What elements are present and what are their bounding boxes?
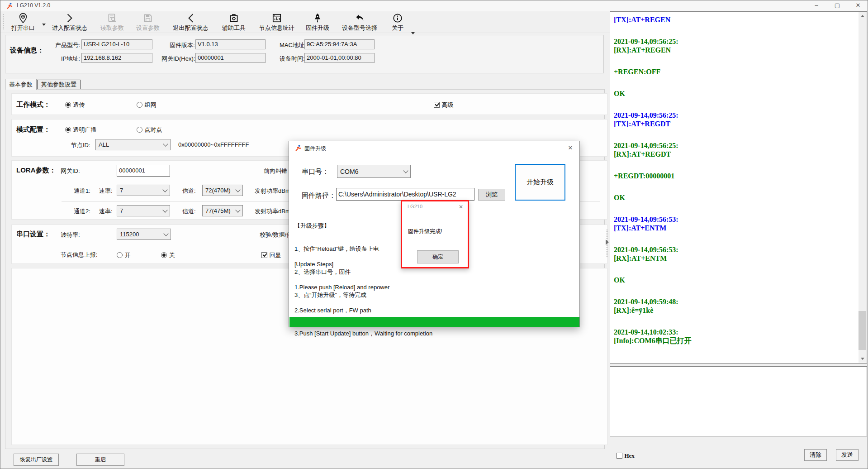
send-input-area[interactable] [610,366,867,436]
toolbar-open-serial-port[interactable]: 打开串口 [6,12,40,32]
checkbox-icon [434,102,440,108]
gateway-id-hex-label: 网关ID(Hex): [161,55,195,63]
channel2-label: 通道2: [74,207,90,215]
firmware-version-field[interactable]: V1.0.13 [195,39,266,49]
clear-button[interactable]: 清除 [804,449,827,461]
minimize-button[interactable]: – [806,0,827,11]
scrollbar-thumb[interactable] [859,311,866,350]
ip-address-field[interactable]: 192.168.8.162 [81,53,152,63]
advanced-checkbox[interactable]: 高级 [434,100,453,109]
close-button[interactable]: ✕ [848,0,868,11]
work-mode-passthrough-radio[interactable]: 透传 [65,100,85,109]
hex-label: Hex [624,452,634,459]
stats-window-icon [254,13,299,24]
titlebar: LG210 V1.2.0 – ▢ ✕ [0,0,868,12]
mac-address-label: MAC地址: [280,41,306,49]
chevron-down-icon [163,141,168,146]
radio-label: 透传 [73,101,85,108]
upgrade-progress-bar [289,317,579,327]
channel2-channel-dropdown[interactable]: 77(475M) [202,205,243,216]
broadcast-radio[interactable]: 透明广播 [65,125,96,134]
info-circle-icon [387,13,408,24]
dropdown-value: 115200 [120,231,139,238]
radio-icon [65,102,71,108]
work-mode-card: 工作模式： 透传 组网 高级 [11,93,607,115]
toolbar-read-params[interactable]: 读取参数 [95,12,129,32]
device-time-field[interactable]: 2000-01-01,00:00:80 [304,53,375,63]
com-port-dropdown[interactable]: COM6 [337,165,411,178]
log-line: +REGDT:00000001 [614,172,858,180]
tab-other-params[interactable]: 其他参数设置 [37,80,81,90]
toolbar-set-params[interactable]: 设置参数 [132,12,164,32]
hex-checkbox[interactable]: Hex [617,451,635,459]
factory-reset-button[interactable]: 恢复出厂设置 [14,454,59,466]
toolbar-label: 读取参数 [95,24,129,31]
read-document-icon [95,13,129,24]
channel1-channel-dropdown[interactable]: 72(470M) [202,185,243,196]
mac-address-field[interactable]: 9C:A5:25:94:7A:3A [304,39,375,49]
echo-checkbox[interactable]: 回显 [261,251,281,259]
node-id-dropdown[interactable]: ALL [95,139,171,150]
log-line: [TX]:AT+REGDT [614,120,858,128]
point-to-point-radio[interactable]: 点对点 [137,125,162,134]
log-line: OK [614,276,858,284]
serial-port-pin-icon [6,13,40,24]
about-dropdown-caret[interactable] [411,32,415,34]
rate-label: 速率: [99,207,113,215]
baud-rate-dropdown[interactable]: 115200 [117,229,171,240]
node-report-label: 节点信息上报: [61,251,98,259]
msgbox-close-icon[interactable]: ✕ [457,203,465,211]
firmware-path-input[interactable]: C:\Users\Administrator\Desktop\USR-LG2 [336,188,474,201]
toolbar-node-stats[interactable]: 节点信息统计 [254,12,299,32]
dialog-close-icon[interactable]: ✕ [564,143,577,153]
log-line: [RX]:AT+REGEN [614,46,858,54]
toolbar-about[interactable]: 关于 [387,12,408,32]
maximize-button[interactable]: ▢ [827,0,848,11]
work-mode-network-radio[interactable]: 组网 [137,100,156,109]
checkbox-icon [617,453,622,459]
toolbar-exit-config[interactable]: 退出配置状态 [168,12,213,32]
toolbar-enter-config[interactable]: 进入配置状态 [47,12,92,32]
toolbar-label: 进入配置状态 [47,24,92,31]
rate-label: 速率: [99,187,113,195]
product-model-field[interactable]: USR-LG210-L-10 [81,39,152,49]
window-title: LG210 V1.2.0 [17,2,50,9]
msgbox-ok-button[interactable]: 确定 [417,250,459,263]
save-floppy-icon [132,13,164,24]
gateway-id-hex-field[interactable]: 00000001 [195,53,266,63]
baud-rate-label: 波特率: [61,231,80,239]
channel1-label: 通道1: [74,187,90,195]
checkbox-label: 高级 [441,101,453,108]
send-button[interactable]: 发送 [836,449,859,461]
panel-splitter[interactable] [605,11,609,448]
app-logo-icon [6,2,13,11]
log-line: 2021-09-14,09:56:25: [614,141,858,150]
channel1-rate-dropdown[interactable]: 7 [117,185,170,196]
radio-label: 点对点 [144,126,162,133]
channel2-rate-dropdown[interactable]: 7 [117,205,170,216]
node-id-hint: 0x00000000~0xFFFFFFFF [178,141,249,148]
log-output: [TX]:AT+REGEN2021-09-14,09:56:25:[RX]:AT… [614,12,858,362]
browse-button[interactable]: 浏览 [478,189,505,201]
lora-gateway-id-input[interactable]: 00000001 [117,165,170,177]
log-line: [RX]:AT+REGDT [614,150,858,158]
open-serial-dropdown-caret[interactable] [42,24,46,26]
node-report-on-radio[interactable]: 开 [117,251,130,259]
start-upgrade-button[interactable]: 开始升级 [515,164,565,201]
chevron-down-icon [235,187,240,192]
chevron-down-icon [235,207,240,212]
scroll-down-button[interactable] [859,355,866,363]
log-scrollbar[interactable] [859,12,866,363]
chevron-down-icon [403,168,408,173]
log-line: [TX]:AT+ENTM [614,224,858,232]
toolbar-model-select[interactable]: 设备型号选择 [337,12,382,32]
node-report-off-radio[interactable]: 关 [161,251,175,259]
tab-basic-params[interactable]: 基本参数 [5,79,37,90]
toolbar-label: 设备型号选择 [337,24,382,31]
restart-button[interactable]: 重启 [76,454,124,466]
scroll-up-button[interactable] [859,12,866,20]
radio-icon [65,127,71,133]
log-panel[interactable]: [TX]:AT+REGEN2021-09-14,09:56:25:[RX]:AT… [610,11,867,364]
toolbar-firmware-upgrade[interactable]: 固件升级 [303,12,332,32]
toolbar-aux-tools[interactable]: 辅助工具 [218,12,250,32]
